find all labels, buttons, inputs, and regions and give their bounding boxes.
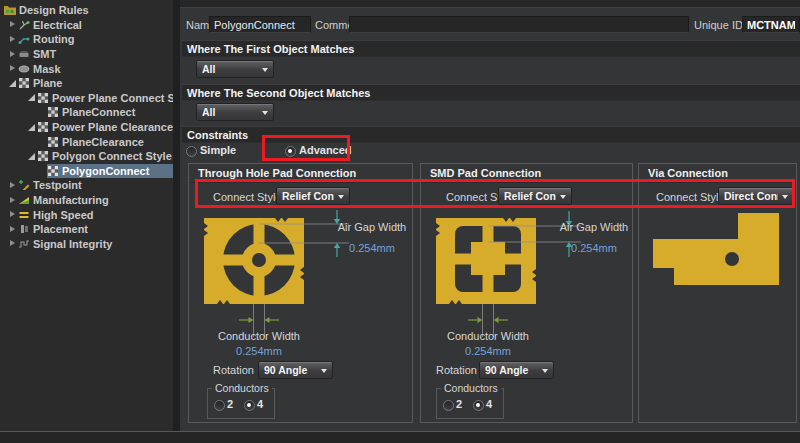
tree-item-label: PolygonConnect xyxy=(62,165,149,177)
conductors-4-radio[interactable] xyxy=(244,400,255,411)
rule-grid-icon xyxy=(47,106,59,118)
air-gap-width-label: Air Gap Width xyxy=(332,221,412,233)
simple-radio-label[interactable]: Simple xyxy=(200,144,236,156)
tree-item-label: Signal Integrity xyxy=(33,238,112,250)
tree-item-power-plane-connect-style[interactable]: Power Plane Connect Style xyxy=(0,91,173,106)
expander-icon[interactable] xyxy=(8,196,17,205)
tree-item-power-plane-clearance[interactable]: Power Plane Clearance xyxy=(0,120,173,135)
tree-item-routing[interactable]: Routing xyxy=(0,32,173,47)
tree-item-label: Design Rules xyxy=(19,4,89,16)
through-hole-pad-connection-panel: Through Hole Pad Connection Connect Styl… xyxy=(188,163,413,423)
advanced-radio-label[interactable]: Advanced xyxy=(299,144,352,156)
tree-item-label: Plane xyxy=(33,77,62,89)
high-speed-icon xyxy=(18,209,30,221)
tree-item-smt[interactable]: SMT xyxy=(0,47,173,62)
connect-style-label: Connect Style xyxy=(213,191,281,203)
expander-icon[interactable] xyxy=(27,152,36,161)
plane-rule-grid-icon xyxy=(18,77,30,89)
expander-icon[interactable] xyxy=(8,239,17,248)
expander-icon[interactable] xyxy=(8,20,17,29)
conductors-4-label[interactable]: 4 xyxy=(257,398,263,410)
rotation-select[interactable]: 90 Angle xyxy=(479,361,554,379)
expander-icon[interactable] xyxy=(8,225,17,234)
tree-item-manufacturing[interactable]: Manufacturing xyxy=(0,193,173,208)
tree-item-testpoint[interactable]: Testpoint xyxy=(0,178,173,193)
rotation-select[interactable]: 90 Angle xyxy=(258,361,333,379)
direct-connect-via-diagram xyxy=(647,204,797,334)
rule-grid-icon xyxy=(37,121,49,133)
tree-item-signal-integrity[interactable]: Signal Integrity xyxy=(0,237,173,252)
rotation-label: Rotation xyxy=(436,364,477,376)
panel-title: Via Connection xyxy=(648,167,728,179)
simple-radio[interactable] xyxy=(186,146,197,157)
advanced-radio[interactable] xyxy=(285,146,296,157)
section-constraints: Constraints xyxy=(182,126,800,143)
tree-item-plane[interactable]: Plane xyxy=(0,76,173,91)
expander-icon[interactable] xyxy=(27,123,36,132)
tree-item-label: Power Plane Clearance xyxy=(52,121,173,133)
expander-icon[interactable] xyxy=(8,64,17,73)
name-input[interactable] xyxy=(209,16,311,33)
panel-header-divider xyxy=(189,182,412,183)
second-object-scope-select[interactable]: All xyxy=(196,103,274,121)
conductors-2-radio[interactable] xyxy=(214,400,225,411)
connect-style-select[interactable]: Relief Connect xyxy=(498,187,572,205)
via-connection-panel: Via Connection Connect Style Direct Conn… xyxy=(638,163,797,423)
chevron-down-icon xyxy=(560,195,566,202)
unique-id-label: Unique ID xyxy=(694,19,743,31)
chevron-down-icon xyxy=(782,195,788,202)
comment-input[interactable] xyxy=(349,16,689,33)
rotation-label: Rotation xyxy=(213,364,254,376)
expander-icon[interactable] xyxy=(8,35,17,44)
tree-item-label: Testpoint xyxy=(33,179,82,191)
conductors-label: Conductors xyxy=(441,382,501,394)
air-gap-width-label: Air Gap Width xyxy=(554,221,634,233)
rules-tree: Design Rules Electrical Routing SMT Mask… xyxy=(0,0,173,431)
tree-item-placement[interactable]: Placement xyxy=(0,222,173,237)
conductor-width-value: 0.254mm xyxy=(428,345,548,357)
tree-item-planeconnect[interactable]: PlaneConnect xyxy=(0,105,173,120)
testpoint-icon xyxy=(18,179,30,191)
connect-style-label: Connect Style xyxy=(656,191,724,203)
air-gap-width-value: 0.254mm xyxy=(332,242,412,254)
mask-icon xyxy=(18,63,30,75)
rule-grid-icon xyxy=(47,136,59,148)
expander-icon[interactable] xyxy=(8,79,17,88)
tree-item-polygon-connect-style[interactable]: Polygon Connect Style xyxy=(0,149,173,164)
tree-item-label: Mask xyxy=(33,63,61,75)
tree-item-label: SMT xyxy=(33,48,56,60)
signal-integrity-icon xyxy=(18,238,30,250)
conductors-2-label[interactable]: 2 xyxy=(227,398,233,410)
conductor-width-label: Conductor Width xyxy=(428,330,548,342)
first-object-scope-select[interactable]: All xyxy=(196,60,274,78)
tree-item-label: Electrical xyxy=(33,19,82,31)
tree-item-mask[interactable]: Mask xyxy=(0,61,173,76)
air-gap-width-value: 0.254mm xyxy=(554,242,634,254)
conductors-2-radio[interactable] xyxy=(443,400,454,411)
tree-item-design-rules[interactable]: Design Rules xyxy=(0,3,173,18)
conductors-group: Conductors 2 4 xyxy=(436,388,504,419)
tree-item-high-speed[interactable]: High Speed xyxy=(0,207,173,222)
tree-item-label: Manufacturing xyxy=(33,194,109,206)
expander-icon[interactable] xyxy=(8,50,17,59)
tree-item-polygonconnect-selected[interactable]: PolygonConnect xyxy=(0,164,173,179)
tree-item-electrical[interactable]: Electrical xyxy=(0,18,173,33)
expander-icon[interactable] xyxy=(8,210,17,219)
section-second-object-matches: Where The Second Object Matches xyxy=(182,84,800,101)
connect-style-select[interactable]: Relief Connect xyxy=(276,187,350,205)
conductors-4-label[interactable]: 4 xyxy=(486,398,492,410)
expander-icon[interactable] xyxy=(8,181,17,190)
tree-item-planeclearance[interactable]: PlaneClearance xyxy=(0,134,173,149)
unique-id-input[interactable] xyxy=(742,16,800,33)
conductors-2-label[interactable]: 2 xyxy=(456,398,462,410)
connect-style-select[interactable]: Direct Connect xyxy=(718,187,794,205)
chevron-down-icon xyxy=(542,369,548,376)
conductor-width-value: 0.254mm xyxy=(199,345,319,357)
tree-item-label: PlaneClearance xyxy=(62,136,144,148)
section-first-object-matches: Where The First Object Matches xyxy=(182,40,800,57)
expander-icon[interactable] xyxy=(27,93,36,102)
electrical-icon xyxy=(18,19,30,31)
conductors-4-radio[interactable] xyxy=(473,400,484,411)
chevron-down-icon xyxy=(321,369,327,376)
chevron-down-icon xyxy=(262,68,268,75)
